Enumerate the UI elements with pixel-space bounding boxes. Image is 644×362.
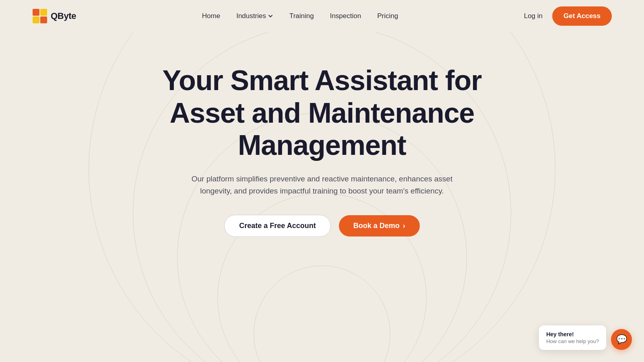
create-account-button[interactable]: Create a Free Account	[224, 215, 330, 237]
hero-title: Your Smart Assistant for Asset and Maint…	[121, 64, 523, 162]
chat-help-text: How can we help you?	[546, 338, 599, 344]
chat-icon: 💬	[616, 334, 627, 345]
nav-actions: Log in Get Access	[524, 6, 612, 26]
hero-title-line2: Asset and Maintenance Management	[170, 97, 475, 161]
login-link[interactable]: Log in	[524, 12, 543, 20]
hero-subtitle: Our platform simplifies preventive and r…	[185, 173, 459, 197]
logo[interactable]: QByte	[32, 8, 76, 24]
navbar: QByte Home Industries Training Inspectio…	[0, 0, 644, 32]
svg-rect-3	[40, 16, 47, 23]
chat-bubble: Hey there! How can we help you?	[539, 325, 606, 350]
hero-section: Your Smart Assistant for Asset and Maint…	[0, 32, 644, 237]
chevron-down-icon	[268, 13, 273, 19]
hero-buttons: Create a Free Account Book a Demo ›	[224, 215, 419, 237]
svg-rect-0	[33, 9, 39, 16]
hero-title-line1: Your Smart Assistant for	[163, 65, 482, 96]
brand-name: QByte	[51, 11, 76, 21]
circle-1	[254, 265, 390, 362]
get-access-button[interactable]: Get Access	[552, 6, 612, 26]
arrow-icon: ›	[403, 222, 405, 230]
nav-training[interactable]: Training	[289, 12, 314, 20]
nav-industries[interactable]: Industries	[236, 12, 273, 20]
nav-inspection[interactable]: Inspection	[330, 12, 361, 20]
chat-open-button[interactable]: 💬	[611, 329, 632, 350]
svg-rect-2	[33, 16, 39, 23]
chat-widget: Hey there! How can we help you? 💬	[539, 325, 632, 350]
svg-rect-1	[40, 9, 47, 16]
book-demo-button[interactable]: Book a Demo ›	[339, 215, 420, 237]
logo-icon	[32, 8, 47, 24]
chat-greeting: Hey there!	[546, 331, 599, 337]
nav-links: Home Industries Training Inspection Pric…	[202, 12, 398, 20]
nav-home[interactable]: Home	[202, 12, 220, 20]
nav-pricing[interactable]: Pricing	[377, 12, 398, 20]
